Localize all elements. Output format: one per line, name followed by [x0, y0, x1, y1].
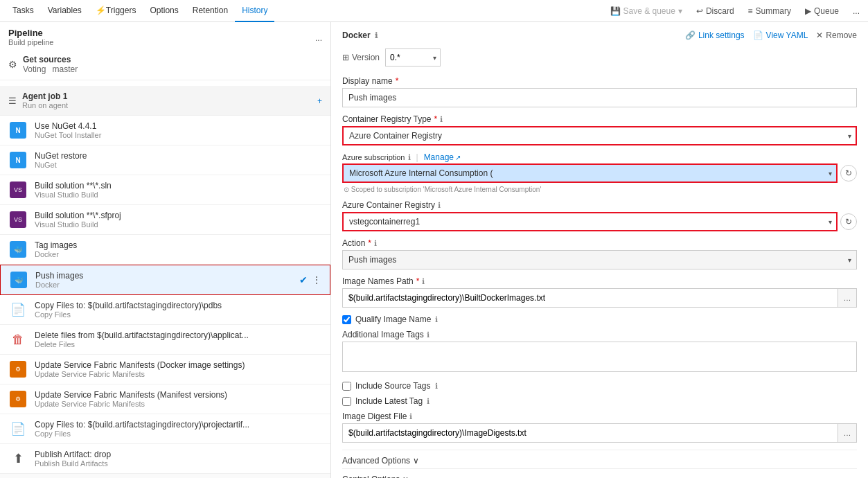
task-copy-projectartif-info: Copy Files to: $(build.artifactstagingdi…	[35, 420, 322, 438]
container-registry-type-group: Container Registry Type * ℹ Azure Contai…	[342, 114, 857, 145]
task-build-sln[interactable]: VS Build solution **\*.sln Visual Studio…	[0, 175, 330, 205]
remove-button[interactable]: ✕ Remove	[816, 30, 857, 40]
task-nuget-restore[interactable]: N NuGet restore NuGet	[0, 145, 330, 175]
task-copy-pdbs-title: Copy Files to: $(build.artifactstagingdi…	[35, 301, 322, 310]
version-select-wrapper: 0.*	[385, 48, 441, 67]
image-digest-browse-button[interactable]: …	[838, 423, 857, 443]
summary-button[interactable]: ≡ Summary	[745, 6, 794, 16]
include-latest-tag-row: Include Latest Tag ℹ	[342, 396, 857, 406]
azure-subscription-label: Azure subscription	[342, 153, 405, 161]
image-path-row: …	[342, 288, 857, 308]
pipeline-more-icon: ...	[315, 33, 322, 43]
voting-badge: Voting	[23, 64, 46, 74]
pipeline-header: Pipeline Build pipeline ...	[0, 22, 330, 49]
image-digest-file-input[interactable]	[342, 423, 838, 443]
get-sources-icon: ⚙	[8, 59, 17, 70]
task-update-fabric-docker-title: Update Service Fabric Manifests (Docker …	[35, 360, 322, 370]
link-settings-label: Link settings	[698, 30, 745, 40]
control-options-section[interactable]: Control Options ∨	[342, 468, 857, 478]
more-button[interactable]: ...	[850, 6, 862, 16]
discard-button[interactable]: ↩ Discard	[693, 6, 737, 16]
task-copy-projectartif-title: Copy Files to: $(build.artifactstagingdi…	[35, 420, 322, 430]
right-panel: Docker ℹ 🔗 Link settings 📄 View YAML ✕ R…	[331, 22, 868, 478]
additional-image-tags-textarea[interactable]	[342, 342, 857, 372]
link-settings-button[interactable]: 🔗 Link settings	[685, 30, 745, 40]
task-delete-files[interactable]: 🗑 Delete files from $(build.artifactstag…	[0, 325, 330, 355]
push-images-more-icon[interactable]: ⋮	[312, 274, 321, 285]
task-tag-images[interactable]: 🐳 Tag images Docker	[0, 235, 330, 265]
scoped-note: ⊙ Scoped to subscription 'Microsoft Azur…	[342, 186, 857, 193]
tab-triggers[interactable]: ⚡ Triggers	[89, 0, 143, 22]
add-task-button[interactable]: +	[317, 94, 322, 107]
task-nuget-restore-info: NuGet restore NuGet	[35, 151, 322, 169]
display-name-required: *	[396, 76, 399, 86]
top-bar: Tasks Variables ⚡ Triggers Options Reten…	[0, 0, 868, 22]
version-label-text: Version	[352, 53, 380, 62]
task-build-sln-subtitle: Visual Studio Build	[35, 191, 322, 199]
include-source-tags-label: Include Source Tags	[355, 381, 431, 391]
azure-container-registry-select[interactable]: vstegcontainerreg1	[342, 212, 838, 231]
task-update-fabric-manifest[interactable]: ⚙ Update Service Fabric Manifests (Manif…	[0, 384, 330, 414]
azure-subscription-refresh-button[interactable]: ↻	[840, 165, 857, 182]
tab-variables[interactable]: Variables	[41, 0, 89, 22]
acr-select-row: vstegcontainerreg1 ↻	[342, 212, 857, 231]
main-layout: Pipeline Build pipeline ... ⚙ Get source…	[0, 22, 868, 478]
task-nuget-restore-title: NuGet restore	[35, 151, 322, 161]
link-settings-icon: 🔗	[685, 30, 696, 40]
save-queue-button[interactable]: 💾 Save & queue ▾	[608, 6, 685, 16]
manage-link[interactable]: Manage ↗	[424, 152, 461, 162]
advanced-options-chevron-icon: ∨	[413, 456, 419, 466]
task-publish-artifact[interactable]: ⬆ Publish Artifact: drop Publish Build A…	[0, 444, 330, 474]
summary-label: Summary	[756, 6, 791, 16]
container-registry-type-label-text: Container Registry Type	[342, 114, 432, 124]
display-name-input[interactable]	[342, 88, 857, 107]
task-push-images[interactable]: 🐳 Push images Docker ✔ ⋮	[0, 265, 330, 295]
control-options-chevron-icon: ∨	[402, 475, 409, 478]
display-name-label-text: Display name	[342, 76, 393, 86]
image-names-path-group: Image Names Path * ℹ …	[342, 276, 857, 308]
tab-history-label: History	[242, 6, 267, 15]
task-build-sfproj[interactable]: VS Build solution **\*.sfproj Visual Stu…	[0, 205, 330, 235]
qualify-image-name-checkbox[interactable]	[342, 315, 351, 324]
tab-options[interactable]: Options	[143, 0, 185, 22]
version-select[interactable]: 0.*	[385, 48, 441, 67]
action-required: *	[368, 238, 371, 248]
azure-subscription-info-icon: ℹ	[408, 153, 411, 162]
tab-variables-label: Variables	[48, 6, 82, 15]
fabric-docker-icon: ⚙	[8, 360, 28, 379]
azure-subscription-select[interactable]: Microsoft Azure Internal Consumption (	[342, 163, 838, 183]
queue-button[interactable]: ▶ Queue	[802, 6, 842, 16]
include-source-tags-row: Include Source Tags ℹ	[342, 381, 857, 391]
tab-retention[interactable]: Retention	[186, 0, 235, 22]
docker-title: Docker ℹ	[342, 30, 378, 40]
pipeline-more-button[interactable]: ...	[315, 31, 322, 44]
pipeline-title: Pipeline	[8, 28, 53, 38]
acr-refresh-button[interactable]: ↻	[840, 213, 857, 230]
image-names-path-browse-button[interactable]: …	[838, 288, 857, 308]
get-sources[interactable]: ⚙ Get sources Voting master	[0, 49, 330, 80]
include-latest-tag-checkbox[interactable]	[342, 397, 351, 406]
image-names-path-label-text: Image Names Path	[342, 276, 414, 286]
tag-images-icon: 🐳	[8, 240, 28, 259]
more-label: ...	[853, 6, 860, 16]
tab-history[interactable]: History	[235, 0, 274, 22]
task-use-nuget[interactable]: N Use NuGet 4.4.1 NuGet Tool Installer	[0, 116, 330, 145]
view-yaml-button[interactable]: 📄 View YAML	[753, 30, 808, 40]
task-tag-images-subtitle: Docker	[35, 250, 322, 258]
advanced-options-section[interactable]: Advanced Options ∨	[342, 450, 857, 468]
agent-job-subtitle: Run on agent	[22, 101, 68, 109]
image-names-path-input[interactable]	[342, 288, 838, 308]
include-source-tags-checkbox[interactable]	[342, 382, 351, 391]
task-update-fabric-docker[interactable]: ⚙ Update Service Fabric Manifests (Docke…	[0, 355, 330, 384]
action-select[interactable]: Push images	[342, 250, 857, 269]
display-name-label: Display name *	[342, 76, 857, 86]
task-copy-projectartif[interactable]: 📄 Copy Files to: $(build.artifactstaging…	[0, 414, 330, 444]
tab-tasks[interactable]: Tasks	[6, 0, 41, 22]
container-registry-type-select[interactable]: Azure Container Registry	[342, 126, 857, 145]
task-copy-pdbs[interactable]: 📄 Copy Files to: $(build.artifactstaging…	[0, 295, 330, 325]
task-publish-artifact-title: Publish Artifact: drop	[35, 450, 322, 459]
task-tag-images-info: Tag images Docker	[35, 240, 322, 258]
task-use-nuget-title: Use NuGet 4.4.1	[35, 121, 322, 131]
task-push-images-info: Push images Docker	[35, 271, 292, 289]
image-digest-file-label: Image Digest File ℹ	[342, 411, 857, 421]
